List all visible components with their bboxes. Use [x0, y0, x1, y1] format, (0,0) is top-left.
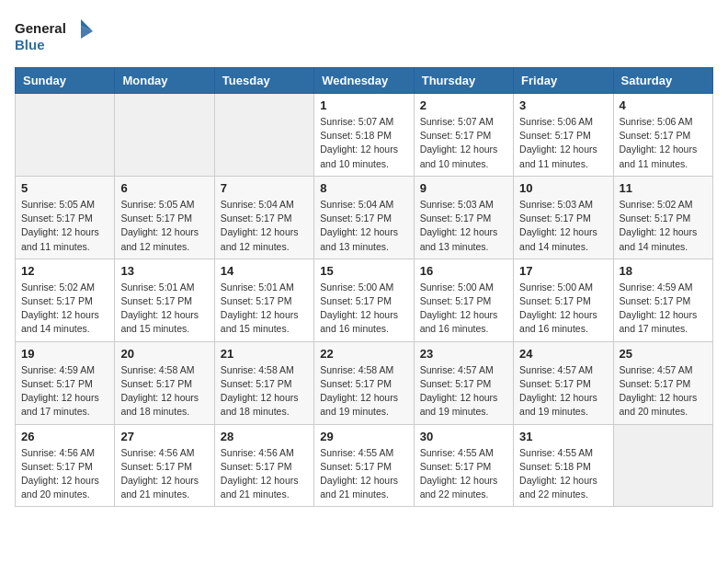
- calendar-cell: 13Sunrise: 5:01 AM Sunset: 5:17 PM Dayli…: [115, 259, 214, 341]
- calendar-cell: 31Sunrise: 4:55 AM Sunset: 5:18 PM Dayli…: [514, 424, 613, 507]
- day-number: 6: [120, 181, 208, 195]
- day-number: 8: [320, 181, 407, 195]
- generalblue-logo: General Blue: [15, 15, 97, 56]
- day-info: Sunrise: 4:56 AM Sunset: 5:17 PM Dayligh…: [120, 446, 208, 502]
- day-number: 10: [519, 181, 607, 195]
- day-number: 16: [420, 264, 507, 278]
- day-number: 28: [221, 430, 308, 443]
- calendar-cell: [214, 94, 313, 177]
- day-info: Sunrise: 4:58 AM Sunset: 5:17 PM Dayligh…: [120, 363, 208, 419]
- calendar-cell: 20Sunrise: 4:58 AM Sunset: 5:17 PM Dayli…: [115, 341, 214, 424]
- calendar-cell: 5Sunrise: 5:05 AM Sunset: 5:17 PM Daylig…: [16, 176, 115, 259]
- day-info: Sunrise: 5:06 AM Sunset: 5:17 PM Dayligh…: [519, 115, 607, 171]
- calendar-cell: 19Sunrise: 4:59 AM Sunset: 5:17 PM Dayli…: [16, 341, 115, 424]
- calendar-cell: 11Sunrise: 5:02 AM Sunset: 5:17 PM Dayli…: [613, 176, 712, 259]
- calendar-cell: [613, 424, 712, 507]
- calendar-week-row: 19Sunrise: 4:59 AM Sunset: 5:17 PM Dayli…: [16, 341, 713, 424]
- day-number: 9: [420, 181, 507, 195]
- calendar-cell: 9Sunrise: 5:03 AM Sunset: 5:17 PM Daylig…: [414, 176, 513, 259]
- day-info: Sunrise: 5:03 AM Sunset: 5:17 PM Dayligh…: [519, 198, 607, 254]
- calendar-cell: [115, 94, 214, 177]
- calendar-cell: 12Sunrise: 5:02 AM Sunset: 5:17 PM Dayli…: [16, 259, 115, 341]
- calendar-cell: 4Sunrise: 5:06 AM Sunset: 5:17 PM Daylig…: [613, 94, 712, 177]
- day-info: Sunrise: 4:58 AM Sunset: 5:17 PM Dayligh…: [221, 363, 308, 419]
- day-info: Sunrise: 5:01 AM Sunset: 5:17 PM Dayligh…: [120, 281, 208, 337]
- day-info: Sunrise: 5:00 AM Sunset: 5:17 PM Dayligh…: [320, 281, 407, 337]
- calendar-cell: 17Sunrise: 5:00 AM Sunset: 5:17 PM Dayli…: [514, 259, 613, 341]
- day-number: 31: [519, 430, 607, 443]
- day-info: Sunrise: 5:07 AM Sunset: 5:18 PM Dayligh…: [320, 115, 407, 171]
- weekday-header-row: SundayMondayTuesdayWednesdayThursdayFrid…: [16, 68, 713, 94]
- day-number: 1: [320, 98, 407, 112]
- day-info: Sunrise: 5:03 AM Sunset: 5:17 PM Dayligh…: [420, 198, 507, 254]
- day-info: Sunrise: 4:55 AM Sunset: 5:18 PM Dayligh…: [519, 446, 607, 502]
- day-number: 23: [420, 347, 507, 361]
- day-number: 17: [519, 264, 607, 278]
- calendar-cell: 16Sunrise: 5:00 AM Sunset: 5:17 PM Dayli…: [414, 259, 513, 341]
- day-info: Sunrise: 5:00 AM Sunset: 5:17 PM Dayligh…: [420, 281, 507, 337]
- calendar-cell: 29Sunrise: 4:55 AM Sunset: 5:17 PM Dayli…: [314, 424, 414, 507]
- calendar-cell: 8Sunrise: 5:04 AM Sunset: 5:17 PM Daylig…: [314, 176, 414, 259]
- day-number: 14: [221, 264, 308, 278]
- weekday-header-monday: Monday: [115, 68, 214, 94]
- day-info: Sunrise: 4:59 AM Sunset: 5:17 PM Dayligh…: [620, 281, 707, 337]
- weekday-header-wednesday: Wednesday: [314, 68, 414, 94]
- calendar-cell: 24Sunrise: 4:57 AM Sunset: 5:17 PM Dayli…: [514, 341, 613, 424]
- calendar-cell: 10Sunrise: 5:03 AM Sunset: 5:17 PM Dayli…: [514, 176, 613, 259]
- calendar-cell: 14Sunrise: 5:01 AM Sunset: 5:17 PM Dayli…: [214, 259, 313, 341]
- day-info: Sunrise: 5:04 AM Sunset: 5:17 PM Dayligh…: [221, 198, 308, 254]
- calendar-cell: 30Sunrise: 4:55 AM Sunset: 5:17 PM Dayli…: [414, 424, 513, 507]
- day-number: 21: [221, 347, 308, 361]
- calendar-cell: 6Sunrise: 5:05 AM Sunset: 5:17 PM Daylig…: [115, 176, 214, 259]
- day-info: Sunrise: 4:57 AM Sunset: 5:17 PM Dayligh…: [620, 363, 707, 419]
- day-info: Sunrise: 4:57 AM Sunset: 5:17 PM Dayligh…: [420, 363, 507, 419]
- weekday-header-tuesday: Tuesday: [214, 68, 313, 94]
- day-info: Sunrise: 5:04 AM Sunset: 5:17 PM Dayligh…: [320, 198, 407, 254]
- day-info: Sunrise: 5:07 AM Sunset: 5:17 PM Dayligh…: [420, 115, 507, 171]
- day-info: Sunrise: 5:05 AM Sunset: 5:17 PM Dayligh…: [21, 198, 108, 254]
- day-number: 30: [420, 430, 507, 443]
- calendar-cell: 3Sunrise: 5:06 AM Sunset: 5:17 PM Daylig…: [514, 94, 613, 177]
- weekday-header-thursday: Thursday: [414, 68, 513, 94]
- calendar-cell: 25Sunrise: 4:57 AM Sunset: 5:17 PM Dayli…: [613, 341, 712, 424]
- day-number: 5: [21, 181, 108, 195]
- day-info: Sunrise: 4:59 AM Sunset: 5:17 PM Dayligh…: [21, 363, 108, 419]
- day-number: 25: [620, 347, 707, 361]
- calendar-table: SundayMondayTuesdayWednesdayThursdayFrid…: [15, 67, 713, 507]
- calendar-cell: 27Sunrise: 4:56 AM Sunset: 5:17 PM Dayli…: [115, 424, 214, 507]
- day-number: 3: [519, 98, 607, 112]
- day-number: 20: [120, 347, 208, 361]
- day-info: Sunrise: 5:02 AM Sunset: 5:17 PM Dayligh…: [620, 198, 707, 254]
- calendar-week-row: 5Sunrise: 5:05 AM Sunset: 5:17 PM Daylig…: [16, 176, 713, 259]
- day-info: Sunrise: 4:56 AM Sunset: 5:17 PM Dayligh…: [221, 446, 308, 502]
- weekday-header-saturday: Saturday: [613, 68, 712, 94]
- day-number: 11: [620, 181, 707, 195]
- calendar-cell: 28Sunrise: 4:56 AM Sunset: 5:17 PM Dayli…: [214, 424, 313, 507]
- calendar-cell: 7Sunrise: 5:04 AM Sunset: 5:17 PM Daylig…: [214, 176, 313, 259]
- day-number: 13: [120, 264, 208, 278]
- weekday-header-sunday: Sunday: [16, 68, 115, 94]
- day-number: 19: [21, 347, 108, 361]
- day-info: Sunrise: 4:55 AM Sunset: 5:17 PM Dayligh…: [420, 446, 507, 502]
- calendar-cell: 2Sunrise: 5:07 AM Sunset: 5:17 PM Daylig…: [414, 94, 513, 177]
- page-header: General Blue: [15, 15, 713, 56]
- calendar-cell: 15Sunrise: 5:00 AM Sunset: 5:17 PM Dayli…: [314, 259, 414, 341]
- calendar-week-row: 12Sunrise: 5:02 AM Sunset: 5:17 PM Dayli…: [16, 259, 713, 341]
- day-info: Sunrise: 4:57 AM Sunset: 5:17 PM Dayligh…: [519, 363, 607, 419]
- calendar-cell: [16, 94, 115, 177]
- day-number: 2: [420, 98, 507, 112]
- logo: General Blue: [15, 15, 97, 56]
- day-number: 7: [221, 181, 308, 195]
- day-info: Sunrise: 5:01 AM Sunset: 5:17 PM Dayligh…: [221, 281, 308, 337]
- day-number: 29: [320, 430, 407, 443]
- day-info: Sunrise: 5:00 AM Sunset: 5:17 PM Dayligh…: [519, 281, 607, 337]
- day-number: 4: [620, 98, 707, 112]
- day-number: 12: [21, 264, 108, 278]
- svg-text:General: General: [15, 20, 66, 36]
- calendar-cell: 26Sunrise: 4:56 AM Sunset: 5:17 PM Dayli…: [16, 424, 115, 507]
- day-number: 22: [320, 347, 407, 361]
- day-number: 26: [21, 430, 108, 443]
- calendar-cell: 22Sunrise: 4:58 AM Sunset: 5:17 PM Dayli…: [314, 341, 414, 424]
- weekday-header-friday: Friday: [514, 68, 613, 94]
- calendar-cell: 21Sunrise: 4:58 AM Sunset: 5:17 PM Dayli…: [214, 341, 313, 424]
